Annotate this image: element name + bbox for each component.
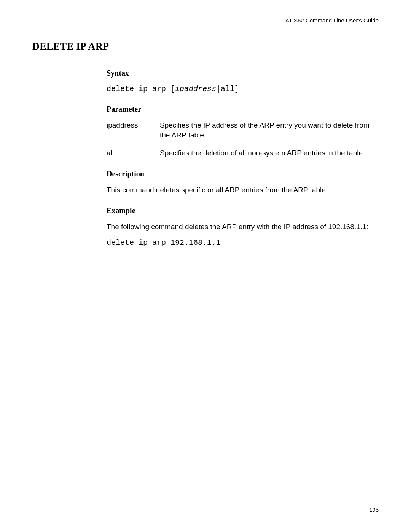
example-text: The following command deletes the ARP en… bbox=[107, 222, 379, 232]
syntax-prefix: delete ip arp [ bbox=[107, 85, 175, 93]
parameter-name: ipaddress bbox=[107, 120, 160, 140]
syntax-suffix: |all] bbox=[216, 85, 239, 93]
parameter-row: ipaddress Specifies the IP address of th… bbox=[107, 120, 379, 140]
page-number: 195 bbox=[369, 506, 379, 513]
page-container: AT-S62 Command Line User's Guide DELETE … bbox=[0, 0, 411, 532]
description-heading: Description bbox=[107, 169, 379, 178]
content-area: Syntax delete ip arp [ipaddress|all] Par… bbox=[107, 69, 379, 247]
syntax-italic: ipaddress bbox=[175, 85, 216, 93]
parameter-name: all bbox=[107, 148, 160, 158]
parameter-heading: Parameter bbox=[107, 105, 379, 113]
command-title: DELETE IP ARP bbox=[32, 41, 379, 54]
parameter-description: Specifies the IP address of the ARP entr… bbox=[160, 120, 379, 140]
syntax-line: delete ip arp [ipaddress|all] bbox=[107, 85, 379, 93]
example-heading: Example bbox=[107, 206, 379, 215]
parameter-row: all Specifies the deletion of all non-sy… bbox=[107, 148, 379, 158]
description-text: This command deletes specific or all ARP… bbox=[107, 185, 379, 195]
syntax-heading: Syntax bbox=[107, 69, 379, 78]
example-code: delete ip arp 192.168.1.1 bbox=[107, 238, 379, 247]
header-guide-title: AT-S62 Command Line User's Guide bbox=[32, 17, 379, 24]
parameter-description: Specifies the deletion of all non-system… bbox=[160, 148, 379, 158]
